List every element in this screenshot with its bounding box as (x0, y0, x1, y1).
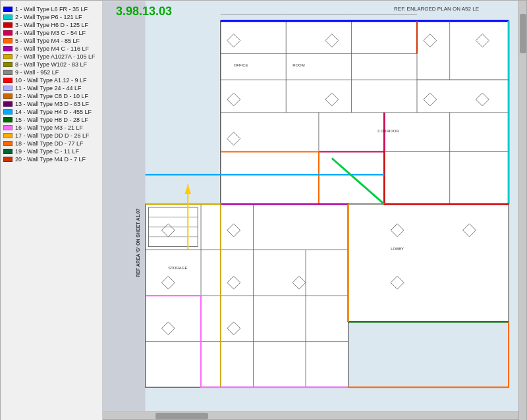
legend-item-3: 3 - Wall Type H6 D - 125 LF (3, 22, 99, 28)
legend-label-20: 20 - Wall Type M4 D - 7 LF (15, 156, 86, 163)
legend-label-4: 4 - Wall Type M3 C - 54 LF (15, 30, 86, 36)
main-container: 1 - Wall Type L6 FR - 35 LF2 - Wall Type… (0, 0, 527, 420)
blueprint-area[interactable]: 3.98.13.03 REF. ENLARGED PLAN ON A52 LE (103, 1, 518, 411)
svg-text:ROOM: ROOM (292, 63, 305, 67)
legend-swatch-8 (3, 62, 13, 67)
legend-label-19: 19 - Wall Type C - 11 LF (15, 148, 79, 155)
svg-text:CORRIDOR: CORRIDOR (377, 129, 399, 133)
legend-item-6: 6 - Wall Type M4 C - 116 LF (3, 45, 99, 52)
scrollbar-right-thumb[interactable] (520, 14, 526, 53)
legend-item-13: 13 - Wall Type M3 D - 63 LF (3, 101, 99, 107)
legend-label-12: 12 - Wall Type C8 D - 10 LF (15, 93, 88, 99)
legend-swatch-14 (3, 109, 13, 115)
ref-label: REF. ENLARGED PLAN ON A52 LE (394, 6, 479, 12)
legend-item-19: 19 - Wall Type C - 11 LF (3, 148, 99, 155)
blueprint-svg: OFFICE ROOM CORRIDOR STORAGE LOBBY (103, 1, 518, 411)
legend-label-15: 15 - Wall Type H8 D - 28 LF (15, 117, 88, 123)
legend-swatch-18 (3, 141, 13, 146)
legend-label-6: 6 - Wall Type M4 C - 116 LF (15, 45, 89, 52)
legend-label-17: 17 - Wall Type DD D - 26 LF (15, 132, 90, 139)
legend-swatch-7 (3, 54, 13, 59)
legend-swatch-17 (3, 133, 13, 138)
legend-swatch-10 (3, 78, 13, 83)
legend-item-4: 4 - Wall Type M3 C - 54 LF (3, 30, 99, 36)
legend-item-9: 9 - Wall - 952 LF (3, 69, 99, 76)
legend-swatch-2 (3, 14, 13, 20)
legend-item-17: 17 - Wall Type DD D - 26 LF (3, 132, 99, 139)
legend-item-12: 12 - Wall Type C8 D - 10 LF (3, 93, 99, 99)
ref-area-text: REF AREA 'G' ON SHEET A1.07 (136, 224, 140, 277)
legend-swatch-13 (3, 101, 13, 107)
legend-item-8: 8 - Wall Type W102 - 83 LF (3, 61, 99, 68)
svg-text:STORAGE: STORAGE (168, 266, 187, 270)
legend-item-16: 16 - Wall Type M3 - 21 LF (3, 124, 99, 131)
legend-item-11: 11 - Wall Type 24 - 44 LF (3, 85, 99, 92)
legend-label-16: 16 - Wall Type M3 - 21 LF (15, 124, 83, 131)
legend-swatch-15 (3, 117, 13, 122)
legend-label-13: 13 - Wall Type M3 D - 63 LF (15, 101, 89, 107)
legend-item-15: 15 - Wall Type H8 D - 28 LF (3, 117, 99, 123)
legend-swatch-4 (3, 30, 13, 36)
svg-rect-1 (103, 1, 146, 411)
legend-swatch-5 (3, 38, 13, 43)
legend-item-10: 10 - Wall Type A1.12 - 9 LF (3, 77, 99, 84)
legend-item-5: 5 - Wall Type M4 - 85 LF (3, 38, 99, 44)
scrollbar-right[interactable] (518, 1, 526, 420)
legend-label-5: 5 - Wall Type M4 - 85 LF (15, 38, 80, 44)
legend-swatch-1 (3, 7, 13, 12)
legend-label-11: 11 - Wall Type 24 - 44 LF (15, 85, 82, 92)
legend-swatch-12 (3, 93, 13, 99)
svg-text:LOBBY: LOBBY (391, 247, 404, 251)
legend-swatch-16 (3, 125, 13, 130)
legend-label-18: 18 - Wall Type DD - 77 LF (15, 140, 84, 147)
legend-label-10: 10 - Wall Type A1.12 - 9 LF (15, 77, 87, 84)
legend-item-18: 18 - Wall Type DD - 77 LF (3, 140, 99, 147)
legend-swatch-20 (3, 157, 13, 162)
svg-text:OFFICE: OFFICE (234, 63, 248, 67)
svg-rect-5 (348, 204, 509, 322)
legend-item-2: 2 - Wall Type P6 - 121 LF (3, 14, 99, 20)
legend-item-1: 1 - Wall Type L6 FR - 35 LF (3, 6, 99, 13)
plan-title: 3.98.13.03 (116, 5, 172, 18)
legend-label-14: 14 - Wall Type H4 D - 455 LF (15, 109, 92, 115)
legend-swatch-9 (3, 70, 13, 75)
legend-item-14: 14 - Wall Type H4 D - 455 LF (3, 109, 99, 115)
legend-label-3: 3 - Wall Type H6 D - 125 LF (15, 22, 88, 28)
scrollbar-bottom-thumb[interactable] (155, 413, 208, 419)
scrollbar-bottom[interactable] (103, 411, 518, 419)
legend-item-7: 7 - Wall Type A1027A - 105 LF (3, 53, 99, 60)
legend-label-2: 2 - Wall Type P6 - 121 LF (15, 14, 82, 20)
legend-label-7: 7 - Wall Type A1027A - 105 LF (15, 53, 96, 60)
legend-label-8: 8 - Wall Type W102 - 83 LF (15, 61, 87, 68)
legend-swatch-6 (3, 46, 13, 51)
legend-swatch-3 (3, 22, 13, 28)
legend-panel: 1 - Wall Type L6 FR - 35 LF2 - Wall Type… (1, 1, 103, 420)
legend-item-20: 20 - Wall Type M4 D - 7 LF (3, 156, 99, 163)
legend-label-1: 1 - Wall Type L6 FR - 35 LF (15, 6, 88, 13)
legend-swatch-11 (3, 86, 13, 91)
legend-swatch-19 (3, 149, 13, 154)
legend-label-9: 9 - Wall - 952 LF (15, 69, 59, 76)
